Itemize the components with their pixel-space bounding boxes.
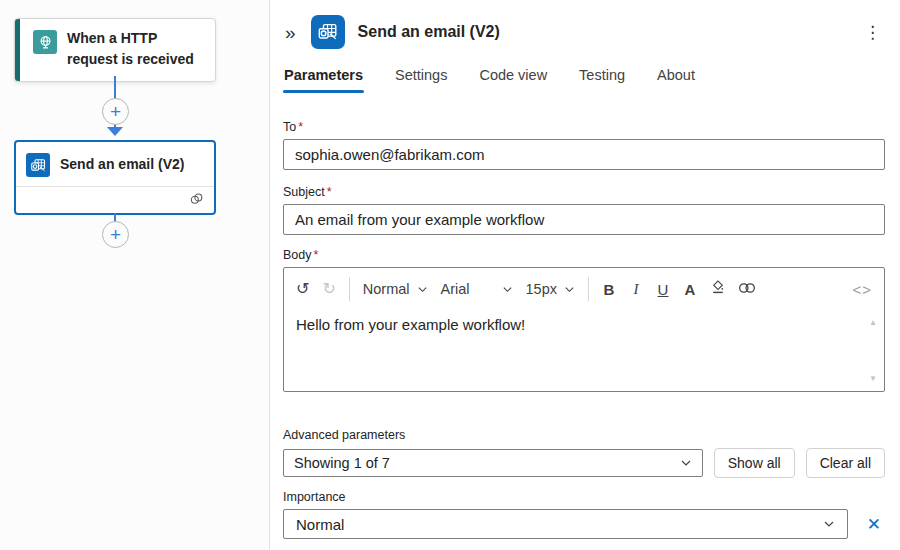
action-card-title: Send an email (V2) — [60, 154, 184, 175]
subject-input[interactable]: An email from your example workflow — [283, 204, 885, 235]
rte-content[interactable]: Hello from your example workflow! ▲ ▼ — [284, 308, 884, 391]
show-all-button[interactable]: Show all — [714, 448, 795, 478]
code-view-toggle-icon[interactable]: <> — [852, 281, 872, 298]
required-asterisk: * — [327, 185, 332, 199]
more-options-icon[interactable]: ⋮ — [860, 20, 885, 45]
tab-testing[interactable]: Testing — [578, 65, 626, 93]
italic-button[interactable]: I — [629, 281, 643, 298]
action-config-panel: » Send an email (V2) ⋮ Parameters Settin… — [270, 0, 900, 550]
scroll-down-icon[interactable]: ▼ — [869, 374, 877, 383]
remove-parameter-icon[interactable]: ✕ — [863, 514, 885, 535]
rich-text-editor: ↺ ↻ Normal Arial 15px B I U — [283, 267, 885, 392]
panel-header: » Send an email (V2) ⋮ — [283, 15, 885, 49]
plus-icon: + — [110, 225, 121, 244]
undo-icon[interactable]: ↺ — [296, 281, 309, 297]
rte-scrollbar[interactable]: ▲ ▼ — [865, 316, 881, 387]
subject-label: Subject* — [283, 185, 885, 199]
panel-tabs: Parameters Settings Code view Testing Ab… — [283, 65, 885, 93]
panel-title: Send an email (V2) — [358, 23, 500, 41]
toolbar-divider — [588, 277, 589, 301]
body-field: Body* ↺ ↻ Normal Arial 15px B — [283, 248, 885, 392]
tab-parameters[interactable]: Parameters — [283, 65, 364, 93]
body-text[interactable]: Hello from your example workflow! — [296, 316, 865, 387]
advanced-parameters-row: Showing 1 of 7 Show all Clear all — [283, 448, 885, 478]
add-step-button[interactable]: + — [102, 221, 129, 248]
clear-all-button[interactable]: Clear all — [806, 448, 885, 478]
connection-link-icon[interactable] — [188, 191, 205, 210]
font-size-select[interactable]: 15px — [526, 281, 575, 297]
workflow-canvas[interactable]: When a HTTP request is received + Send a… — [0, 0, 270, 550]
tab-code-view[interactable]: Code view — [478, 65, 548, 93]
subject-field: Subject* An email from your example work… — [283, 185, 885, 235]
paragraph-style-select[interactable]: Normal — [363, 281, 428, 297]
chevron-down-icon — [502, 284, 513, 295]
underline-button[interactable]: U — [656, 281, 670, 298]
highlight-button[interactable] — [710, 280, 724, 299]
chevron-down-icon — [823, 518, 835, 530]
toolbar-divider — [349, 277, 350, 301]
font-family-select[interactable]: Arial — [441, 281, 513, 297]
font-color-button[interactable]: A — [683, 281, 697, 298]
tab-settings[interactable]: Settings — [394, 65, 448, 93]
outlook-icon-large — [311, 15, 345, 49]
action-card-footer — [16, 187, 214, 213]
chevron-down-icon — [417, 284, 428, 295]
importance-field: Importance Normal ✕ — [283, 490, 885, 539]
advanced-parameters-label: Advanced parameters — [283, 428, 885, 442]
chevron-down-icon — [680, 457, 692, 469]
advanced-parameters-section: Advanced parameters Showing 1 of 7 Show … — [283, 428, 885, 478]
trigger-accent-bar — [15, 19, 20, 81]
connector-arrow — [107, 127, 123, 136]
required-asterisk: * — [314, 248, 319, 262]
plus-icon: + — [110, 102, 121, 121]
importance-label: Importance — [283, 490, 885, 504]
scroll-up-icon[interactable]: ▲ — [869, 318, 877, 327]
importance-dropdown[interactable]: Normal — [283, 509, 848, 539]
trigger-card[interactable]: When a HTTP request is received — [14, 18, 216, 82]
insert-step-button[interactable]: + — [102, 98, 129, 125]
to-input[interactable]: sophia.owen@fabrikam.com — [283, 139, 885, 170]
redo-icon[interactable]: ↻ — [322, 281, 335, 297]
http-request-trigger-icon — [33, 30, 57, 54]
outlook-icon — [26, 153, 50, 177]
action-card-header: Send an email (V2) — [16, 142, 214, 186]
action-card-selected[interactable]: Send an email (V2) — [14, 140, 216, 215]
importance-row: Normal ✕ — [283, 509, 885, 539]
bold-button[interactable]: B — [602, 281, 616, 298]
to-field: To* sophia.owen@fabrikam.com — [283, 120, 885, 170]
body-label: Body* — [283, 248, 885, 262]
trigger-card-title: When a HTTP request is received — [67, 28, 205, 70]
tab-about[interactable]: About — [656, 65, 696, 93]
to-label: To* — [283, 120, 885, 134]
link-button[interactable] — [737, 281, 751, 298]
advanced-parameters-dropdown[interactable]: Showing 1 of 7 — [283, 449, 703, 477]
chevron-down-icon — [564, 284, 575, 295]
collapse-panel-icon[interactable]: » — [283, 21, 298, 44]
required-asterisk: * — [298, 120, 303, 134]
rte-toolbar: ↺ ↻ Normal Arial 15px B I U — [284, 268, 884, 308]
